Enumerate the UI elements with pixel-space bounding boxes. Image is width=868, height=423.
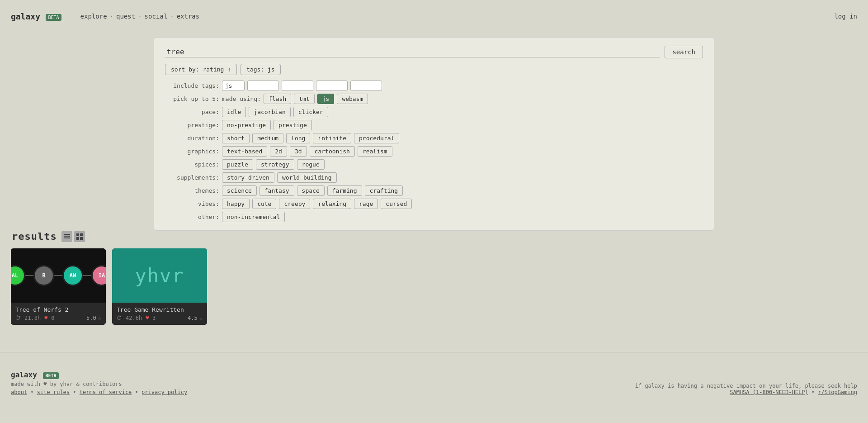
footer-samhsa-link[interactable]: SAMHSA (1-800-NEED-HELP): [730, 389, 808, 395]
footer-resources: SAMHSA (1-800-NEED-HELP) • r/StopGaming: [635, 389, 857, 395]
login-link[interactable]: log in: [834, 13, 857, 20]
tag-rogue[interactable]: rogue: [297, 159, 325, 170]
tag-cute[interactable]: cute: [252, 199, 276, 209]
tag-short[interactable]: short: [222, 133, 250, 143]
list-view-button[interactable]: [61, 231, 72, 242]
tag-puzzle[interactable]: puzzle: [222, 159, 253, 170]
tag-text-based[interactable]: text-based: [222, 146, 267, 157]
tag-fantasy[interactable]: fantasy: [259, 185, 294, 196]
nav-quest[interactable]: quest: [116, 13, 135, 20]
nav-extras[interactable]: extras: [177, 13, 200, 20]
supplements-label: supplements:: [165, 174, 219, 181]
game-rating-2: 4.5: [188, 315, 198, 321]
avatar-al: AL: [11, 265, 25, 286]
tag-webasm[interactable]: webasm: [337, 94, 368, 104]
beta-badge: BETA: [46, 14, 61, 21]
tag-creepy[interactable]: creepy: [279, 199, 310, 209]
tag-long[interactable]: long: [286, 133, 310, 143]
tag-happy[interactable]: happy: [222, 199, 250, 209]
footer-right: if galaxy is having a negative impact on…: [635, 383, 857, 395]
duration-row: duration: short medium long infinite pro…: [165, 133, 703, 143]
pick-up-label: pick up to 5:: [165, 95, 219, 102]
tag-jacorbian[interactable]: jacorbian: [249, 107, 290, 117]
game-card-tree-game-rewritten[interactable]: yhvr Tree Game Rewritten ⏱ 42.6h ♥ 3 4.5…: [112, 248, 207, 325]
tag-strategy[interactable]: strategy: [256, 159, 294, 170]
view-toggle: [61, 231, 85, 242]
clock-icon-2: ⏱: [117, 315, 122, 321]
tag-non-incremental[interactable]: non-incremental: [222, 212, 285, 222]
tag-world-building[interactable]: world-building: [277, 172, 337, 183]
tag-clicker[interactable]: clicker: [293, 107, 328, 117]
footer-rstopgaming-link[interactable]: r/StopGaming: [818, 389, 857, 395]
game-name-1: Tree of Nerfs 2: [15, 306, 101, 313]
nav-social[interactable]: social: [145, 13, 168, 20]
prestige-label: prestige:: [165, 122, 219, 128]
footer-container: galaxy BETA made with ♥ by yhvr & contri…: [11, 371, 857, 395]
tag-idle[interactable]: idle: [222, 107, 246, 117]
pace-row: pace: idle jacorbian clicker: [165, 107, 703, 117]
include-tag-2[interactable]: [247, 81, 279, 91]
made-using-row: pick up to 5: made using: flash tmt js w…: [165, 94, 703, 104]
spices-row: spices: puzzle strategy rogue: [165, 159, 703, 170]
tag-relaxing[interactable]: relaxing: [313, 199, 351, 209]
svg-rect-5: [76, 237, 79, 240]
game-hours-2: 42.6h: [126, 315, 142, 321]
nav-explore[interactable]: explore: [80, 13, 107, 20]
include-tag-3[interactable]: [282, 81, 313, 91]
tag-story-driven[interactable]: story-driven: [222, 172, 274, 183]
prestige-row: prestige: no-prestige prestige: [165, 120, 703, 130]
nav-links: explore · quest · social · extras: [70, 6, 211, 26]
logo-text: galaxy: [11, 12, 40, 21]
tag-cursed[interactable]: cursed: [381, 199, 412, 209]
game-cards: AL B AN IA Tree of Nerfs 2 ⏱ 21.8h: [11, 248, 857, 325]
list-view-icon: [64, 233, 70, 240]
search-input[interactable]: [165, 47, 660, 57]
tag-space[interactable]: space: [297, 185, 325, 196]
grid-view-button[interactable]: [74, 231, 85, 242]
tag-flash[interactable]: flash: [264, 94, 291, 104]
footer-about-link[interactable]: about: [11, 389, 27, 395]
graphics-row: graphics: text-based 2d 3d cartoonish re…: [165, 146, 703, 157]
game-rating-1: 5.0: [86, 315, 96, 321]
tag-3d[interactable]: 3d: [290, 146, 307, 157]
footer-site-rules-link[interactable]: site rules: [37, 389, 70, 395]
heart-icon-2: ♥: [146, 315, 149, 321]
tags-filter-button[interactable]: tags: js: [241, 64, 281, 75]
include-tag-1[interactable]: [222, 81, 245, 91]
tag-no-prestige[interactable]: no-prestige: [222, 120, 271, 130]
include-tag-4[interactable]: [316, 81, 348, 91]
tag-crafting[interactable]: crafting: [365, 185, 403, 196]
tag-procedural[interactable]: procedural: [354, 133, 399, 143]
footer-logo: galaxy BETA: [11, 371, 857, 379]
svg-rect-1: [64, 236, 70, 237]
tag-js[interactable]: js: [317, 94, 335, 104]
search-panel: search sort by: rating ↑ tags: js includ…: [154, 37, 714, 231]
tag-cartoonish[interactable]: cartoonish: [310, 146, 355, 157]
game-card-tree-of-nerfs[interactable]: AL B AN IA Tree of Nerfs 2 ⏱ 21.8h: [11, 248, 106, 325]
game-meta-1: ⏱ 21.8h ♥ 0 5.0 ☆: [15, 315, 101, 321]
game-thumb-2: yhvr: [112, 248, 207, 303]
tag-medium[interactable]: medium: [252, 133, 283, 143]
footer-privacy-link[interactable]: privacy policy: [142, 389, 187, 395]
vibes-row: vibes: happy cute creepy relaxing rage c…: [165, 199, 703, 209]
tag-tmt[interactable]: tmt: [294, 94, 314, 104]
svg-rect-3: [76, 233, 79, 236]
avatar-connector-3: [83, 275, 91, 276]
tag-rage[interactable]: rage: [354, 199, 378, 209]
tag-prestige[interactable]: prestige: [274, 120, 312, 130]
game-thumb-text: yhvr: [135, 265, 184, 287]
include-tags-inputs: [222, 81, 382, 91]
sort-by-button[interactable]: sort by: rating ↑: [165, 64, 237, 75]
graphics-label: graphics:: [165, 148, 219, 155]
tag-realism[interactable]: realism: [358, 146, 392, 157]
footer-terms-link[interactable]: terms of service: [80, 389, 132, 395]
tag-infinite[interactable]: infinite: [313, 133, 351, 143]
tag-science[interactable]: science: [222, 185, 257, 196]
tag-2d[interactable]: 2d: [270, 146, 287, 157]
tag-farming[interactable]: farming: [327, 185, 362, 196]
game-thumb-teal: yhvr: [112, 248, 207, 303]
footer-beta-badge: BETA: [43, 372, 58, 379]
search-button[interactable]: search: [665, 46, 703, 58]
game-card-info-1: Tree of Nerfs 2 ⏱ 21.8h ♥ 0 5.0 ☆: [11, 303, 106, 325]
include-tag-5[interactable]: [350, 81, 382, 91]
